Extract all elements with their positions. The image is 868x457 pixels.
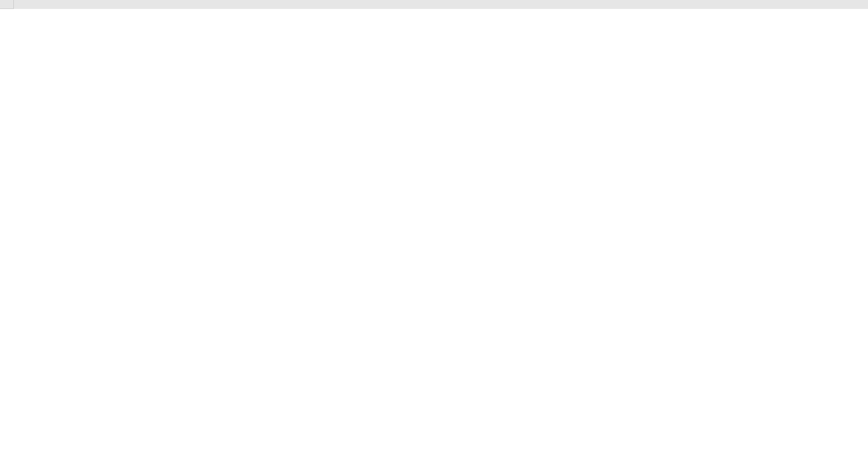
spreadsheet — [0, 0, 868, 9]
column-headers — [14, 0, 868, 9]
select-all-corner[interactable] — [0, 0, 14, 9]
